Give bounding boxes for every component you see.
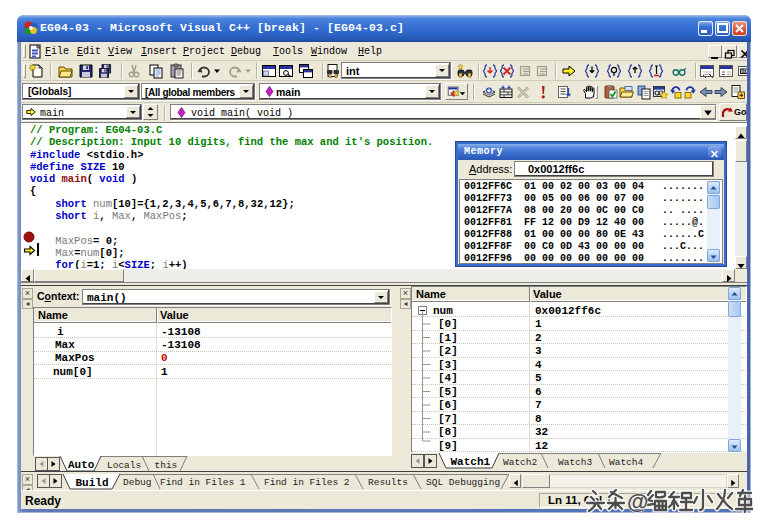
svg-text:SQL Debugging: SQL Debugging [426, 477, 500, 488]
svg-text:Watch4: Watch4 [609, 457, 644, 468]
svg-text:@: @ [627, 489, 648, 514]
svg-text:Auto: Auto [68, 459, 95, 471]
svg-text:Locals: Locals [107, 460, 141, 471]
svg-text:Results: Results [368, 477, 408, 488]
svg-text:Find in Files 1: Find in Files 1 [160, 477, 246, 488]
svg-text:Watch3: Watch3 [558, 457, 593, 468]
svg-text:Build: Build [76, 477, 109, 489]
svg-text:Watch2: Watch2 [503, 457, 538, 468]
svg-text:this: this [155, 460, 178, 471]
svg-text:Find in Files 2: Find in Files 2 [264, 477, 350, 488]
svg-text:Watch1: Watch1 [451, 456, 491, 468]
svg-text:Debug: Debug [123, 477, 152, 488]
